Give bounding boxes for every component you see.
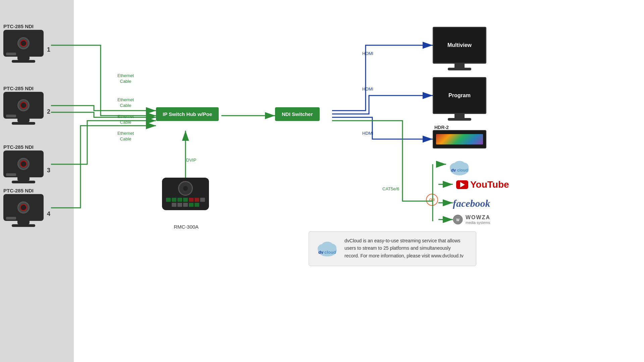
ndi-hdr-line — [332, 117, 433, 139]
ethernet-label-4: EthernetCable — [117, 131, 134, 142]
svg-text:cloud: cloud — [457, 168, 468, 173]
wowza-brand: W WOWZA media systems — [453, 215, 490, 225]
camera-1-number: 1 — [47, 46, 50, 53]
ctrl-btn-3 — [177, 198, 182, 202]
camera-4-label: PTC-285 NDI — [3, 188, 44, 193]
dvip-label: DVIP — [186, 158, 196, 163]
camera-3-number: 3 — [47, 167, 50, 174]
camera-1: PTC-285 NDI 1 — [3, 23, 44, 63]
youtube-brand: YouTube — [456, 179, 509, 190]
dvcloud-cloud-icon: dv cloud — [448, 158, 471, 176]
camera-3-body — [3, 150, 44, 177]
ip-switch-label: IP Switch Hub w/Poe — [163, 111, 212, 117]
facebook-brand: facebook — [453, 198, 490, 209]
wowza-icon: W — [453, 215, 463, 225]
ctrl-btn-6 — [195, 198, 199, 202]
youtube-text: YouTube — [470, 179, 509, 190]
ndi-switcher-label: NDI Switcher — [282, 111, 313, 117]
hdr-screen — [436, 134, 483, 144]
ctrl-btn-8 — [172, 203, 176, 207]
svg-text:W: W — [456, 218, 460, 222]
hdmi-label-3: HDMI — [362, 131, 373, 136]
cat5-label: CAT5e/6 — [382, 186, 399, 191]
hdr-label-text: HDR-2 — [434, 125, 449, 130]
program-label: Program — [448, 93, 471, 99]
camera-4-number: 4 — [47, 210, 50, 218]
svg-text:cloud: cloud — [324, 250, 336, 255]
multiview-label: Multiview — [447, 42, 472, 48]
controller-button-grid — [165, 198, 206, 207]
multiview-foot — [448, 68, 471, 70]
camera-2-number: 2 — [47, 108, 50, 115]
rmc-controller — [162, 178, 209, 210]
youtube-icon — [456, 180, 468, 189]
wowza-subtext: media systems — [466, 221, 490, 225]
camera-2-lens — [17, 99, 30, 111]
camera-2-body — [3, 92, 44, 119]
ctrl-btn-5 — [189, 198, 194, 202]
ctrl-btn-9 — [177, 203, 182, 207]
program-neck — [454, 114, 465, 118]
ndi-switcher-box: NDI Switcher — [275, 107, 320, 121]
camera-3-label: PTC-285 NDI — [3, 144, 44, 150]
rmc-label: RMC-300A — [164, 224, 208, 230]
info-box: dv cloud dvCloud is an easy-to-use strea… — [309, 231, 476, 266]
hdr-device — [433, 130, 486, 148]
multiview-neck — [454, 64, 465, 68]
ethernet-label-2: EthernetCable — [117, 97, 134, 109]
ethernet-label-1: EthernetCable — [117, 73, 134, 84]
program-screen: Program — [433, 77, 486, 114]
info-dvcloud-icon: dv cloud — [316, 237, 339, 260]
camera-1-body — [3, 30, 44, 57]
monitor-multiview: Multiview — [433, 27, 486, 70]
ctrl-btn-10 — [183, 203, 188, 207]
svg-text:dv: dv — [451, 168, 456, 173]
wowza-text: WOWZA — [466, 215, 490, 221]
camera-1-label: PTC-285 NDI — [3, 23, 44, 29]
info-text: dvCloud is an easy-to-use streaming serv… — [344, 237, 465, 259]
ip-switch-box: IP Switch Hub w/Poe — [156, 107, 219, 121]
ndi-multiview-line — [332, 45, 433, 111]
ctrl-btn-4 — [183, 198, 188, 202]
facebook-text: facebook — [453, 198, 490, 209]
camera-4-body — [3, 194, 44, 221]
svg-text:dv: dv — [318, 250, 324, 255]
camera-1-lens — [17, 37, 30, 49]
hdmi-label-1: HDMI — [362, 51, 373, 56]
or-circle: OR — [426, 194, 438, 206]
ctrl-btn-7 — [200, 198, 205, 202]
camera-3: PTC-285 NDI 3 — [3, 144, 44, 183]
multiview-screen: Multiview — [433, 27, 486, 64]
program-foot — [448, 118, 471, 121]
ethernet-label-3: EthernetCable — [117, 114, 134, 125]
camera-2: PTC-285 NDI 2 — [3, 85, 44, 125]
dvcloud-icon-top: dv cloud — [448, 158, 471, 176]
ctrl-btn-2 — [172, 198, 176, 202]
ctrl-btn-12 — [195, 203, 199, 207]
diagram-svg — [0, 0, 644, 362]
camera-4: PTC-285 NDI 4 — [3, 188, 44, 227]
ndi-program-line — [332, 96, 433, 114]
hdmi-label-2: HDMI — [362, 86, 373, 92]
joystick — [178, 181, 193, 196]
monitor-program: Program — [433, 77, 486, 121]
camera-2-label: PTC-285 NDI — [3, 85, 44, 91]
ctrl-btn-1 — [166, 198, 171, 202]
camera-4-lens — [17, 201, 30, 214]
camera-3-lens — [17, 158, 30, 170]
ctrl-btn-11 — [189, 203, 194, 207]
